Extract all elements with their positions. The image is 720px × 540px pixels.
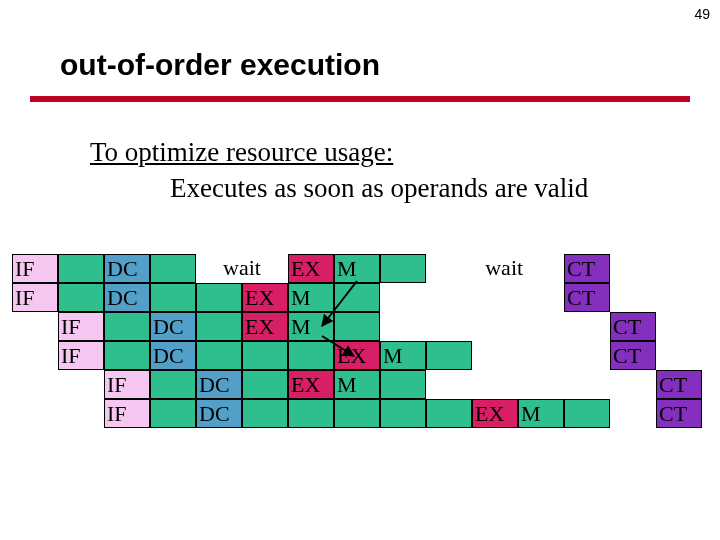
page-number: 49 — [694, 6, 710, 22]
stage-blank — [426, 399, 472, 428]
stage-blank — [380, 399, 426, 428]
stage-m: M — [334, 254, 380, 283]
body-line-2: Executes as soon as operands are valid — [170, 172, 588, 206]
stage-ex: EX — [334, 341, 380, 370]
stage-blank — [104, 312, 150, 341]
stage-blank — [380, 254, 426, 283]
stage-blank — [196, 312, 242, 341]
stage-blank — [104, 341, 150, 370]
stage-ex: EX — [288, 254, 334, 283]
stage-ct: CT — [610, 341, 656, 370]
stage-m: M — [288, 312, 334, 341]
stage-if: IF — [104, 370, 150, 399]
stage-blank — [426, 341, 472, 370]
stage-blank — [196, 283, 242, 312]
slide-title: out-of-order execution — [60, 48, 380, 82]
wait-label: wait — [458, 254, 550, 283]
stage-blank — [564, 399, 610, 428]
stage-blank — [334, 283, 380, 312]
stage-blank — [334, 312, 380, 341]
stage-m: M — [288, 283, 334, 312]
stage-blank — [288, 399, 334, 428]
stage-dc: DC — [196, 399, 242, 428]
stage-m: M — [518, 399, 564, 428]
stage-blank — [58, 254, 104, 283]
stage-ex: EX — [242, 283, 288, 312]
stage-blank — [150, 283, 196, 312]
stage-m: M — [334, 370, 380, 399]
stage-blank — [242, 370, 288, 399]
body-line-1: To optimize resource usage: — [90, 136, 393, 170]
stage-dc: DC — [196, 370, 242, 399]
stage-ct: CT — [656, 370, 702, 399]
stage-if: IF — [58, 312, 104, 341]
stage-ct: CT — [656, 399, 702, 428]
stage-blank — [242, 399, 288, 428]
stage-dc: DC — [104, 283, 150, 312]
stage-ct: CT — [564, 254, 610, 283]
stage-blank — [288, 341, 334, 370]
stage-if: IF — [58, 341, 104, 370]
stage-if: IF — [12, 254, 58, 283]
wait-label: wait — [196, 254, 288, 283]
stage-blank — [334, 399, 380, 428]
stage-blank — [150, 254, 196, 283]
stage-m: M — [380, 341, 426, 370]
stage-ct: CT — [564, 283, 610, 312]
stage-blank — [58, 283, 104, 312]
stage-blank — [380, 370, 426, 399]
stage-dc: DC — [150, 341, 196, 370]
stage-if: IF — [104, 399, 150, 428]
stage-ex: EX — [288, 370, 334, 399]
stage-ex: EX — [472, 399, 518, 428]
stage-ex: EX — [242, 312, 288, 341]
title-rule — [30, 96, 690, 102]
stage-blank — [150, 370, 196, 399]
stage-if: IF — [12, 283, 58, 312]
stage-blank — [196, 341, 242, 370]
stage-blank — [242, 341, 288, 370]
stage-blank — [150, 399, 196, 428]
stage-dc: DC — [104, 254, 150, 283]
stage-ct: CT — [610, 312, 656, 341]
stage-dc: DC — [150, 312, 196, 341]
